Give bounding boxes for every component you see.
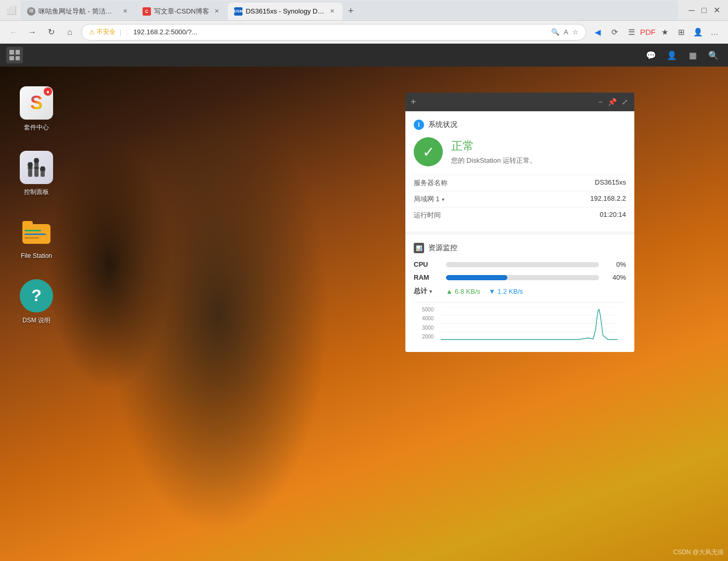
server-name-label: 服务器名称	[414, 178, 448, 188]
file-station-label: File Station	[21, 252, 52, 260]
ctrl-sliders	[28, 158, 45, 177]
package-center-s: S	[30, 92, 43, 114]
chart-y-3000: 3000	[422, 325, 433, 331]
ram-progress-fill	[446, 275, 507, 280]
reader-mode-btn[interactable]: ☰	[624, 25, 638, 40]
maximize-button[interactable]: □	[699, 5, 709, 16]
bookmark-star-icon[interactable]: ☆	[572, 28, 579, 36]
check-mark-icon: ✓	[423, 143, 435, 161]
search-dsm-icon[interactable]: 🔍	[705, 47, 722, 63]
user-icon[interactable]: 👤	[663, 47, 680, 63]
info-row-uptime: 运行时间 01:20:14	[414, 207, 626, 223]
window-controls: ⬜	[6, 5, 17, 16]
package-center-icon-img: S ●	[20, 86, 53, 120]
ram-progress-bg	[446, 275, 599, 280]
search-icon: 🔍	[551, 28, 559, 36]
tab-3[interactable]: DSM DS3615xs - Synology DiskSta... ✕	[228, 3, 342, 20]
status-text-group: 正常 您的 DiskStation 运转正常。	[451, 138, 537, 165]
chart-canvas	[441, 307, 618, 340]
cpu-progress-bg	[446, 262, 599, 267]
dsm-apps-grid[interactable]	[6, 47, 23, 63]
resource-monitor-title: 资源监控	[428, 243, 457, 253]
chart-y-4000: 4000	[422, 316, 433, 321]
chart-svg	[441, 307, 618, 340]
widget-panel: + − 📌 ⤢ i 系统状况	[405, 93, 634, 352]
system-status-section: i 系统状况 ✓ 正常 您的 DiskStation 运转正常。	[405, 111, 634, 231]
ram-percentage: 40%	[605, 273, 626, 281]
desktop-icon-file-station[interactable]: File Station	[16, 211, 57, 265]
chat-icon[interactable]: 💬	[643, 47, 659, 63]
favorites-btn[interactable]: ★	[657, 25, 672, 40]
info-table: 服务器名称 DS3615xs 局域网 1 ▾ 192.168.2.2	[414, 175, 626, 223]
ram-row: RAM 40%	[414, 273, 626, 281]
back-arrow-toolbar[interactable]: ◀	[591, 25, 605, 40]
desktop-icon-package-center[interactable]: S ● 套件中心	[16, 82, 57, 136]
dsm-desktop: S ● 套件中心 控制面板	[0, 67, 728, 561]
collections-btn[interactable]: ⊞	[674, 25, 688, 40]
home-button[interactable]: ⌂	[62, 25, 77, 40]
tab-2[interactable]: C 写文章-CSDN博客 ✕	[136, 3, 227, 20]
network-dropdown-arrow: ▾	[429, 289, 432, 294]
profile-btn[interactable]: 👤	[691, 25, 705, 40]
back-button[interactable]: ←	[6, 25, 21, 40]
desktop-icon-dsm-help[interactable]: ? DSM 说明	[16, 275, 57, 329]
upload-speed: ▲ 6.8 KB/s	[446, 288, 480, 295]
lan-label[interactable]: 局域网 1 ▾	[414, 194, 444, 204]
chart-y-5000: 5000	[422, 307, 433, 312]
ram-label: RAM	[414, 273, 440, 281]
tab-1-close[interactable]: ✕	[121, 7, 129, 16]
widget-pin-button[interactable]: 📌	[607, 97, 618, 107]
tab-3-close[interactable]: ✕	[328, 7, 336, 16]
control-panel-label: 控制面板	[24, 188, 49, 197]
control-panel-icon-img	[20, 151, 53, 184]
refresh-button[interactable]: ↻	[44, 25, 58, 40]
widget-add-button[interactable]: +	[411, 97, 416, 108]
status-text-normal: 正常	[451, 138, 537, 154]
widget-minimize-button[interactable]: −	[597, 97, 604, 107]
more-btn[interactable]: …	[707, 25, 722, 40]
lan-value: 192.168.2.2	[590, 194, 626, 204]
pdf-btn[interactable]: PDF	[641, 25, 655, 40]
ctrl-slider-1	[28, 162, 32, 177]
warning-icon: ⚠	[89, 29, 95, 36]
refresh-toolbar[interactable]: ⟳	[607, 25, 622, 40]
system-status-title: 系统状况	[428, 120, 457, 129]
grid-dot-2	[16, 50, 20, 55]
uptime-label: 运行时间	[414, 211, 441, 220]
lan-dropdown-arrow: ▾	[442, 197, 444, 202]
topbar-icons: 💬 👤 ▦ 🔍	[643, 47, 722, 63]
cpu-label: CPU	[414, 260, 440, 268]
new-tab-button[interactable]: +	[343, 4, 358, 19]
upload-arrow-icon: ▲	[446, 288, 453, 295]
forward-button[interactable]: →	[25, 25, 40, 40]
tab-2-close[interactable]: ✕	[212, 7, 221, 16]
download-arrow-icon: ▼	[489, 288, 495, 295]
title-bar: ⬜ 咪 咪咕鱼网址导航 - 简洁清新的... ✕ C 写文章-CSDN博客 ✕ …	[0, 0, 728, 21]
url-icons: 🔍 A ☆	[551, 28, 579, 36]
status-normal-row: ✓ 正常 您的 DiskStation 运转正常。	[414, 137, 626, 166]
cpu-percentage: 0%	[605, 260, 626, 268]
grid-dot-1	[9, 50, 14, 55]
translate-icon: A	[564, 28, 568, 36]
server-name-value: DS3615xs	[595, 178, 626, 188]
tab-1[interactable]: 咪 咪咕鱼网址导航 - 简洁清新的... ✕	[21, 3, 135, 20]
tab-3-favicon: DSM	[234, 7, 242, 16]
ctrl-slider-2	[34, 158, 39, 177]
taskbar-icon[interactable]: ▦	[684, 47, 701, 63]
dsm-help-icon-img: ?	[20, 279, 53, 312]
address-bar: ← → ↻ ⌂ ⚠ 不安全 | 192.168.2.2:5000/?... 🔍 …	[0, 21, 728, 44]
info-row-server-name: 服务器名称 DS3615xs	[414, 175, 626, 191]
widget-body: i 系统状况 ✓ 正常 您的 DiskStation 运转正常。	[405, 111, 634, 352]
resource-icon: 📊	[414, 243, 424, 253]
desktop-icon-control-panel[interactable]: 控制面板	[16, 147, 57, 201]
chart-y-2000: 2000	[422, 334, 433, 340]
grid-dot-3	[9, 56, 14, 61]
toolbar-right: ◀ ⟳ ☰ PDF ★ ⊞ 👤 …	[591, 25, 722, 40]
url-box[interactable]: ⚠ 不安全 | 192.168.2.2:5000/?... 🔍 A ☆	[81, 24, 586, 41]
minimize-button[interactable]: ─	[686, 5, 697, 16]
tab-1-favicon: 咪	[27, 7, 35, 16]
network-label[interactable]: 总计 ▾	[414, 286, 440, 296]
browser-icon[interactable]: ⬜	[6, 5, 17, 16]
close-button[interactable]: ✕	[711, 5, 722, 16]
widget-expand-button[interactable]: ⤢	[621, 97, 629, 107]
